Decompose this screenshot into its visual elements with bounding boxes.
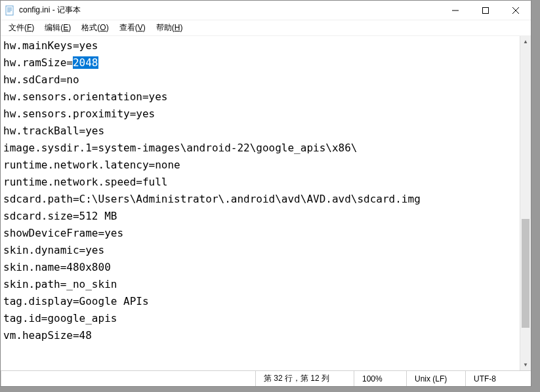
titlebar[interactable]: config.ini - 记事本 [1,1,531,20]
status-zoom: 100% [354,371,406,386]
menubar: 文件(F) 编辑(E) 格式(O) 查看(V) 帮助(H) [1,20,531,36]
text-editor[interactable]: hw.mainKeys=yeshw.ramSize=2048hw.sdCard=… [1,36,520,370]
editor-line: skin.path=_no_skin [3,276,517,293]
status-eol: Unix (LF) [406,371,465,386]
text-selection: 2048 [73,56,98,69]
editor-line: hw.sensors.orientation=yes [3,88,517,106]
maximize-button[interactable] [470,1,501,20]
editor-line: hw.trackBall=yes [3,123,517,140]
notepad-window: config.ini - 记事本 文件(F) 编辑(E) 格式(O) 查看(V)… [0,0,531,387]
editor-line: tag.id=google_apis [3,310,517,327]
window-controls [440,1,531,20]
editor-line: hw.ramSize=2048 [3,54,517,71]
menu-view[interactable]: 查看(V) [115,21,150,35]
minimize-button[interactable] [440,1,470,20]
editor-line: showDeviceFrame=yes [3,225,517,242]
editor-line: sdcard.size=512 MB [3,208,517,225]
editor-area: hw.mainKeys=yeshw.ramSize=2048hw.sdCard=… [1,36,531,370]
scroll-thumb[interactable] [522,219,530,328]
editor-line: hw.sensors.proximity=yes [3,106,517,123]
editor-line: vm.heapSize=48 [3,327,517,344]
svg-rect-6 [483,8,489,14]
notepad-icon [5,5,15,16]
menu-edit[interactable]: 编辑(E) [41,21,75,35]
editor-line: runtime.network.speed=full [3,174,517,191]
editor-line: hw.mainKeys=yes [3,37,517,54]
scroll-down-icon[interactable]: ▼ [520,359,531,370]
scroll-up-icon[interactable]: ▲ [520,36,531,47]
close-button[interactable] [501,1,531,20]
editor-line: sdcard.path=C:\Users\Administrator\.andr… [3,191,517,208]
editor-line: runtime.network.latency=none [3,157,517,174]
menu-help[interactable]: 帮助(H) [152,21,187,35]
editor-line: tag.display=Google APIs [3,293,517,310]
status-spacer [1,371,255,386]
scroll-track[interactable] [520,47,531,359]
vertical-scrollbar[interactable]: ▲ ▼ [520,36,531,370]
window-title: config.ini - 记事本 [19,5,440,16]
editor-line: hw.sdCard=no [3,71,517,88]
status-encoding: UTF-8 [465,371,531,386]
editor-line: skin.dynamic=yes [3,242,517,259]
status-position: 第 32 行，第 12 列 [255,371,354,386]
editor-line: image.sysdir.1=system-images\android-22\… [3,140,517,157]
statusbar: 第 32 行，第 12 列 100% Unix (LF) UTF-8 [1,370,531,386]
menu-format[interactable]: 格式(O) [77,21,112,35]
editor-line: skin.name=480x800 [3,259,517,276]
menu-file[interactable]: 文件(F) [5,21,38,35]
